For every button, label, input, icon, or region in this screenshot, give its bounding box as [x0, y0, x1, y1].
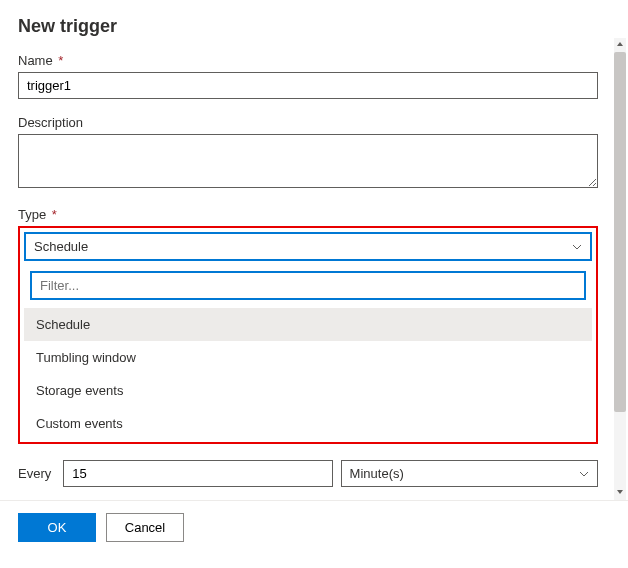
scrollbar-thumb[interactable] — [614, 52, 626, 412]
type-filter-wrap — [30, 271, 586, 300]
scroll-up-icon[interactable] — [616, 40, 624, 48]
chevron-down-icon — [579, 469, 589, 479]
scroll-down-icon[interactable] — [616, 488, 624, 496]
type-highlight: Schedule Schedule Tumbling window Storag… — [18, 226, 598, 444]
type-option-storage-events[interactable]: Storage events — [24, 374, 592, 407]
recurrence-row: Every Minute(s) — [18, 460, 598, 487]
type-select[interactable]: Schedule — [24, 232, 592, 261]
type-dropdown: Schedule Tumbling window Storage events … — [24, 271, 592, 440]
name-input[interactable] — [18, 72, 598, 99]
page-title: New trigger — [18, 16, 598, 37]
description-label: Description — [18, 115, 598, 130]
cancel-button[interactable]: Cancel — [106, 513, 184, 542]
footer: OK Cancel — [0, 500, 628, 554]
every-input[interactable] — [63, 460, 332, 487]
unit-select[interactable]: Minute(s) — [341, 460, 598, 487]
name-field: Name * — [18, 53, 598, 99]
type-option-schedule[interactable]: Schedule — [24, 308, 592, 341]
type-selected-value: Schedule — [34, 239, 88, 254]
type-options: Schedule Tumbling window Storage events … — [24, 308, 592, 440]
ok-button[interactable]: OK — [18, 513, 96, 542]
type-option-custom-events[interactable]: Custom events — [24, 407, 592, 440]
unit-selected: Minute(s) — [350, 466, 404, 481]
type-field: Type * Schedule Schedule Tumbling window… — [18, 207, 598, 444]
new-trigger-panel: New trigger Name * Description Type * Sc… — [0, 0, 628, 500]
name-label: Name * — [18, 53, 598, 68]
type-option-tumbling-window[interactable]: Tumbling window — [24, 341, 592, 374]
description-field: Description — [18, 115, 598, 191]
type-label: Type * — [18, 207, 598, 222]
description-input[interactable] — [18, 134, 598, 188]
type-filter-input[interactable] — [30, 271, 586, 300]
every-label: Every — [18, 466, 51, 481]
chevron-down-icon — [572, 242, 582, 252]
